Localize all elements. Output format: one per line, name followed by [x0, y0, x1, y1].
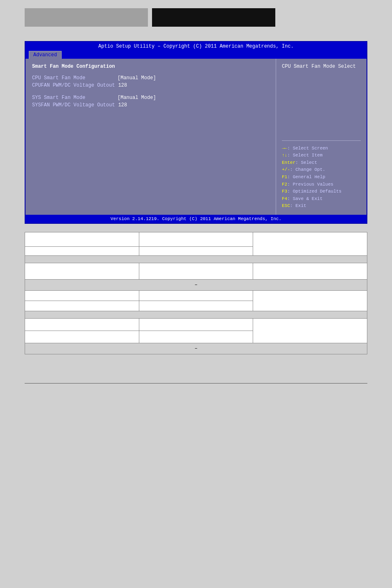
table-row [25, 263, 367, 280]
table-separator-row [25, 256, 367, 263]
bios-item-sysfan-voltage[interactable]: SYSFAN PWM/DC Voltage Outout 128 [32, 102, 269, 108]
bios-label-cpufan-voltage: CPUFAN PWM/DC Voltage Outout [32, 83, 115, 88]
table-separator-cell [25, 256, 367, 263]
bios-right-panel: CPU Smart Fan Mode Select →←: Select Scr… [276, 59, 367, 215]
table-cell [139, 291, 253, 301]
table-cell [253, 291, 367, 311]
table-cell [139, 319, 253, 331]
bios-label-cpu-fan-mode: CPU Smart Fan Mode [32, 75, 114, 81]
table-cell [25, 232, 139, 247]
key-enter-symbol: Enter [282, 160, 295, 165]
table-separator-row [25, 311, 367, 319]
bios-key-updown: ↑↓: Select Item [282, 152, 361, 159]
bios-label-sys-fan-mode: SYS Smart Fan Mode [32, 95, 114, 101]
bios-key-arrows: →←: Select Screen [282, 145, 361, 152]
key-plusminus-symbol: +/- [282, 167, 290, 172]
bottom-area [25, 363, 367, 384]
table-cell [25, 319, 139, 331]
bios-container: Aptio Setup Utility – Copyright (C) 2011… [25, 41, 367, 224]
table-cell [253, 319, 367, 343]
bios-content: Smart Fan Mode Configuration CPU Smart F… [25, 59, 367, 215]
table-cell [25, 301, 139, 311]
bios-help-title: CPU Smart Fan Mode Select [282, 64, 361, 69]
table-cell [25, 291, 139, 301]
table-cell [253, 263, 367, 280]
table-cell [25, 263, 139, 280]
key-updown-symbol: ↑↓ [282, 153, 287, 158]
table-separator-cell [25, 311, 367, 319]
bios-tab-bar: Advanced [25, 51, 367, 59]
bottom-divider [25, 383, 367, 384]
bios-title: Aptio Setup Utility – Copyright (C) 2011… [98, 44, 293, 49]
bios-title-bar: Aptio Setup Utility – Copyright (C) 2011… [25, 42, 367, 51]
bios-version: Version 2.14.1219. Copyright (C) 2011 Am… [111, 216, 281, 221]
data-table: – [25, 232, 367, 354]
table-cell [139, 247, 253, 256]
table-cell [139, 331, 253, 343]
table-separator-row: – [25, 343, 367, 354]
bios-label-sysfan-voltage: SYSFAN PWM/DC Voltage Outout [32, 102, 115, 108]
key-esc-symbol: ESC [282, 203, 290, 208]
table-cell [139, 301, 253, 311]
table-cell [25, 247, 139, 256]
bios-key-f4: F4: Save & Exit [282, 195, 361, 203]
bios-key-plusminus: +/-: Change Opt. [282, 166, 361, 174]
bios-left-panel: Smart Fan Mode Configuration CPU Smart F… [25, 59, 276, 215]
table-cell [253, 232, 367, 256]
bios-value-cpu-fan-mode: [Manual Mode] [118, 75, 156, 81]
table-separator-cell: – [25, 280, 367, 291]
bios-status-bar: Version 2.14.1219. Copyright (C) 2011 Am… [25, 215, 367, 223]
table-section: – [25, 232, 367, 354]
bios-key-f3: F3: Optimized Defaults [282, 188, 361, 195]
table-separator-cell: – [25, 343, 367, 354]
bios-item-cpu-fan-mode[interactable]: CPU Smart Fan Mode [Manual Mode] [32, 75, 269, 81]
table-row [25, 291, 367, 301]
table-row [25, 319, 367, 331]
header-right-block [152, 8, 275, 27]
header-left-block [25, 8, 148, 27]
key-f4-symbol: F4 [282, 196, 287, 201]
key-arrows-symbol: →← [282, 146, 287, 151]
bios-item-cpufan-voltage[interactable]: CPUFAN PWM/DC Voltage Outout 128 [32, 83, 269, 88]
bios-key-esc: ESC: Exit [282, 202, 361, 210]
tab-advanced[interactable]: Advanced [29, 51, 62, 59]
bios-key-f1: F1: General Help [282, 174, 361, 181]
table-cell [139, 232, 253, 247]
bios-value-sysfan-voltage: 128 [118, 102, 127, 108]
top-header [0, 0, 392, 29]
bios-keys: →←: Select Screen ↑↓: Select Item Enter:… [282, 145, 361, 210]
table-row [25, 232, 367, 247]
table-separator-row: – [25, 280, 367, 291]
table-cell [25, 331, 139, 343]
bios-section-title: Smart Fan Mode Configuration [32, 64, 269, 69]
bios-key-f2: F2: Previous Values [282, 181, 361, 188]
table-cell [139, 263, 253, 280]
bios-value-sys-fan-mode: [Manual Mode] [118, 95, 156, 101]
key-f2-symbol: F2 [282, 182, 287, 187]
bios-divider [282, 140, 361, 141]
key-f3-symbol: F3 [282, 189, 287, 194]
bios-item-sys-fan-mode[interactable]: SYS Smart Fan Mode [Manual Mode] [32, 95, 269, 101]
bios-key-enter: Enter: Select [282, 159, 361, 167]
key-f1-symbol: F1 [282, 175, 287, 179]
bios-value-cpufan-voltage: 128 [118, 83, 127, 88]
